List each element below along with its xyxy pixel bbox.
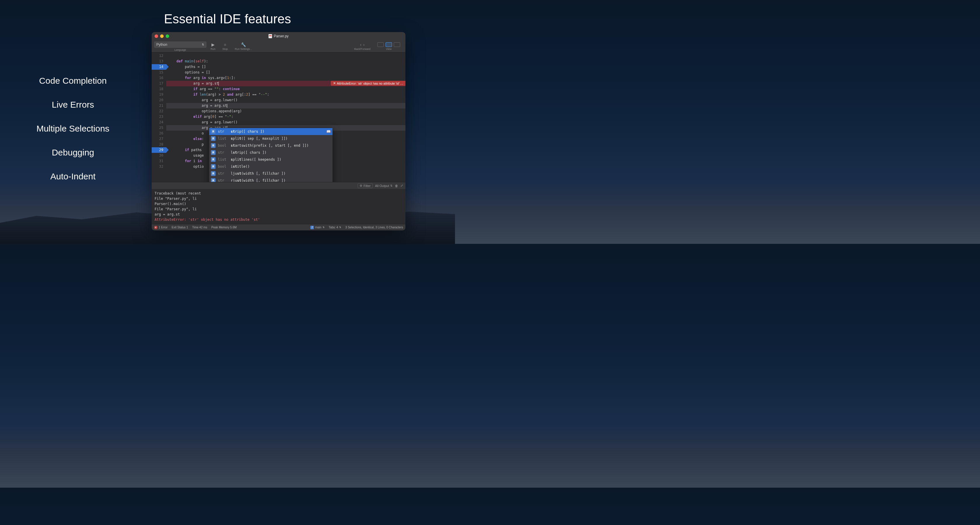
wrench-icon: 🔧	[241, 42, 246, 47]
minimize-button[interactable]	[160, 34, 164, 38]
file-icon	[269, 34, 272, 38]
stop-button: ■ Stop	[220, 42, 231, 51]
filter-icon: ⊚	[360, 184, 362, 188]
chevron-right-icon: ›	[363, 42, 364, 47]
view-mode-buttons[interactable]: View	[374, 42, 403, 51]
inline-error-badge[interactable]: ✕ AttributeError: 'str' object has no at…	[331, 81, 406, 86]
status-time: Time 42 ms	[192, 226, 207, 229]
run-settings-button[interactable]: 🔧 Run Settings...	[232, 42, 255, 51]
output-selector[interactable]: All Output ⇅	[375, 184, 393, 188]
expand-icon[interactable]: ⤢	[401, 184, 403, 188]
feature-item: Multiple Selections	[23, 124, 123, 134]
traffic-lights	[154, 34, 169, 38]
back-forward-nav[interactable]: ‹ › Back/Forward	[351, 42, 373, 51]
stop-icon: ■	[223, 42, 228, 47]
completion-item[interactable]: Mstrrjust(width [, fillchar ])	[209, 177, 332, 182]
language-selector-value: Python	[156, 43, 167, 47]
ide-window: Parser.py Python ⇅ Language ▶ Run ■ Stop…	[152, 32, 406, 231]
toolbar: Python ⇅ Language ▶ Run ■ Stop 🔧 Run Set…	[152, 40, 406, 52]
status-exit: Exit Status 1	[172, 226, 188, 229]
play-icon: ▶	[211, 42, 215, 47]
completion-item[interactable]: Mlistsplit([ sep [, maxsplit ]])	[209, 135, 332, 142]
error-dot-icon: ✕	[154, 226, 158, 229]
status-error-count[interactable]: ✕ 1 Error	[154, 226, 168, 229]
chevron-updown-icon: ⇅	[339, 226, 341, 229]
method-badge-icon: M	[211, 157, 216, 162]
trash-icon[interactable]: 🗑	[395, 184, 398, 188]
language-label: Language	[174, 48, 186, 51]
line-gutter: 1213141516171819202122232425262728293031…	[152, 52, 166, 182]
method-badge-icon: M	[211, 171, 216, 176]
status-bar: ✕ 1 Error Exit Status 1 Time 42 ms Peak …	[152, 224, 406, 231]
completion-item[interactable]: Mstrlstrip([ chars ])	[209, 149, 332, 156]
editor-area[interactable]: 1213141516171819202122232425262728293031…	[152, 52, 406, 182]
chevron-updown-icon: ⇅	[323, 226, 325, 229]
completion-item[interactable]: Mstrljust(width [, fillchar ])	[209, 170, 332, 177]
language-selector[interactable]: Python ⇅	[154, 41, 207, 48]
feature-list: Code Completion Live Errors Multiple Sel…	[23, 76, 123, 181]
feature-item: Debugging	[23, 148, 123, 158]
view-split-icon[interactable]	[386, 42, 392, 47]
titlebar: Parser.py	[152, 32, 406, 40]
status-function[interactable]: f main ⇅	[310, 226, 325, 229]
status-tabs[interactable]: Tabs: 4 ⇅	[329, 226, 341, 229]
zoom-button[interactable]	[165, 34, 169, 38]
feature-item: Live Errors	[23, 100, 123, 110]
window-title: Parser.py	[269, 34, 289, 38]
output-filter-input[interactable]: ⊚ Filter	[358, 183, 372, 188]
method-badge-icon: M	[211, 143, 216, 148]
method-badge-icon: M	[211, 129, 216, 134]
method-badge-icon: M	[211, 164, 216, 169]
book-icon: 📖	[326, 129, 331, 134]
output-header: ⊚ Filter All Output ⇅ 🗑 ⤢	[152, 182, 406, 189]
console-output[interactable]: Traceback (most recent File "Parser.py",…	[152, 189, 406, 224]
close-button[interactable]	[154, 34, 158, 38]
status-memory: Peak Memory 5.6M	[212, 226, 237, 229]
completion-item[interactable]: Mboolistitle()	[209, 163, 332, 170]
chevron-updown-icon: ⇅	[202, 43, 204, 46]
completion-item[interactable]: Mstrstrip([ chars ])📖	[209, 128, 332, 135]
view-single-icon[interactable]	[377, 42, 384, 47]
function-icon: f	[310, 226, 314, 229]
feature-item: Auto-Indent	[23, 172, 123, 181]
method-badge-icon: M	[211, 150, 216, 155]
completion-item[interactable]: Mboolstartswith(prefix [, start [, end ]…	[209, 142, 332, 149]
completion-item[interactable]: Mlistsplitlines([ keepends ])	[209, 156, 332, 163]
error-x-icon: ✕	[333, 81, 336, 85]
view-grid-icon[interactable]	[394, 42, 400, 47]
method-badge-icon: M	[211, 178, 216, 182]
method-badge-icon: M	[211, 136, 216, 141]
chevron-left-icon: ‹	[360, 42, 362, 47]
run-button[interactable]: ▶ Run	[208, 42, 218, 51]
completion-popup[interactable]: Mstrstrip([ chars ])📖Mlistsplit([ sep [,…	[209, 128, 333, 182]
feature-item: Code Completion	[23, 76, 123, 86]
chevron-updown-icon: ⇅	[390, 185, 393, 187]
status-selections: 3 Selections, Identical, 3 Lines, 0 Char…	[345, 226, 403, 229]
page-title: Essential IDE features	[164, 12, 291, 26]
